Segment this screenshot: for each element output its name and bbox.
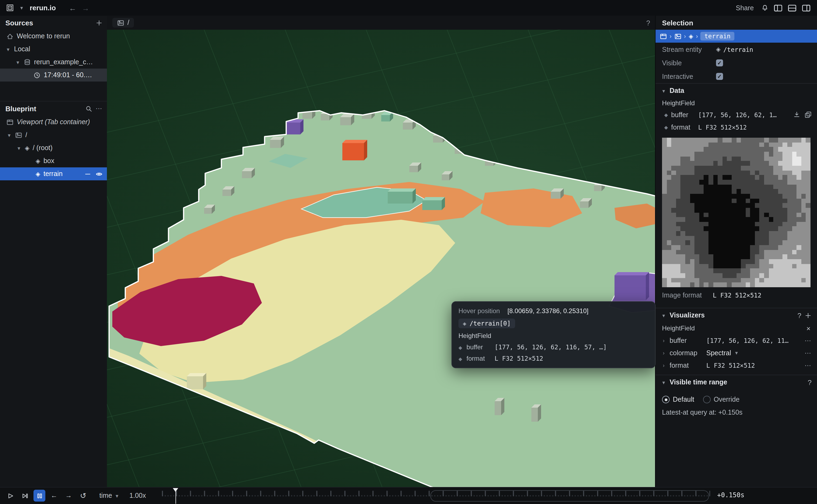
visualizers-help-button[interactable]: ? xyxy=(798,311,801,319)
step-back-button[interactable]: ← xyxy=(48,490,60,502)
copy-icon[interactable] xyxy=(805,111,812,118)
add-visualizer-button[interactable] xyxy=(805,312,812,319)
blueprint-item-viewport[interactable]: Viewport (Tab container) xyxy=(0,116,107,128)
visible-checkbox[interactable]: ✓ xyxy=(716,59,723,66)
entity-diamond-icon[interactable]: ◈ xyxy=(689,33,693,39)
image-format-row: Image format L F32 512×512 xyxy=(656,287,817,303)
playback-speed[interactable]: 1.00x xyxy=(129,492,146,499)
playhead-marker[interactable] xyxy=(173,487,179,504)
breadcrumb-terrain-chip[interactable]: terrain xyxy=(701,32,734,40)
time-range-section-header[interactable]: ▾ Visible time range ? xyxy=(656,375,817,389)
chevron-down-icon[interactable]: ▾ xyxy=(16,145,22,151)
logo-menu-caret-icon[interactable]: ▾ xyxy=(19,5,24,11)
spatial-view-icon xyxy=(15,131,22,138)
blueprint-item-slash[interactable]: ▾ / xyxy=(0,128,107,141)
sources-item-session[interactable]: 17:49:01 - 60.… xyxy=(0,69,107,82)
nav-forward-icon[interactable]: → xyxy=(82,4,89,12)
more-options-icon[interactable]: ⋯ xyxy=(805,349,812,357)
entity-diamond-icon: ◈ xyxy=(36,171,40,177)
top-bar: ▾ rerun.io ← → Share xyxy=(0,0,817,16)
data-buffer-label: buffer xyxy=(671,111,695,119)
chevron-down-icon[interactable]: ▾ xyxy=(5,46,11,52)
stream-entity-value[interactable]: /terrain xyxy=(723,46,753,53)
chevron-down-icon: ▾ xyxy=(661,312,666,318)
search-icon[interactable] xyxy=(85,105,92,112)
time-range-default-option[interactable]: Default xyxy=(662,396,694,403)
sources-item-local[interactable]: ▾ Local xyxy=(0,43,107,56)
add-source-button[interactable] xyxy=(96,19,103,26)
step-forward-button[interactable] xyxy=(19,490,31,502)
viewport-tab-bar: / ? xyxy=(107,16,656,30)
visibility-eye-icon[interactable] xyxy=(96,170,103,177)
blueprint-item-root[interactable]: ▾ ◈ / (root) xyxy=(0,141,107,154)
loop-button[interactable]: ↺ xyxy=(77,490,89,502)
sources-item-recording[interactable]: ▾ rerun_example_c… xyxy=(0,56,107,69)
more-options-icon[interactable]: ⋯ xyxy=(805,361,812,369)
time-range-help-button[interactable]: ? xyxy=(808,378,812,386)
visualizer-colormap-row: › colormap Spectral ▾ ⋯ xyxy=(656,347,817,359)
notifications-bell-icon[interactable] xyxy=(761,4,768,11)
visualizers-section-header[interactable]: ▾ Visualizers ? xyxy=(656,308,817,322)
rerun-logo[interactable] xyxy=(6,4,13,11)
more-options-icon[interactable]: ⋯ xyxy=(805,337,812,344)
toggle-bottom-panel-icon[interactable] xyxy=(788,4,796,12)
property-bullet-icon: ◆ xyxy=(458,356,462,362)
chevron-down-icon[interactable]: ▾ xyxy=(15,59,21,65)
stream-entity-row: Stream entity ◈ /terrain xyxy=(656,43,817,56)
sources-item-welcome[interactable]: Welcome to rerun xyxy=(0,30,107,43)
spatial-view-icon[interactable] xyxy=(674,33,681,40)
interactive-checkbox[interactable]: ✓ xyxy=(716,73,723,80)
hover-position-label: Hover position xyxy=(458,307,500,315)
colormap-dropdown[interactable]: Spectral ▾ xyxy=(706,349,801,357)
viewport-tab[interactable]: / xyxy=(112,18,134,28)
timeline-track[interactable]: +0.150s xyxy=(162,487,817,504)
tab-container-icon[interactable] xyxy=(660,33,667,40)
chevron-right-icon[interactable]: › xyxy=(661,362,666,368)
chevron-right-icon[interactable]: › xyxy=(661,350,666,356)
time-range-override-option[interactable]: Override xyxy=(703,396,740,403)
breadcrumb-separator: › xyxy=(696,33,698,39)
interactive-row: Interactive ✓ xyxy=(656,70,817,83)
blueprint-item-terrain[interactable]: ◈ terrain xyxy=(0,167,107,180)
heightfield-preview-image xyxy=(662,138,811,287)
home-icon xyxy=(6,33,13,40)
timeline-selector-dropdown[interactable]: time ▾ xyxy=(99,492,120,499)
step-forward-icon xyxy=(21,492,28,499)
selection-panel: Selection › › ◈ › terrain Stream entity … xyxy=(655,16,817,487)
data-buffer-value[interactable]: [177, 56, 126, 62, 1… xyxy=(698,111,790,119)
chevron-down-icon[interactable]: ▾ xyxy=(6,132,12,138)
data-section-label: Data xyxy=(670,87,684,94)
hover-format-value: L F32 512×512 xyxy=(495,355,543,362)
remove-entity-icon[interactable] xyxy=(84,170,91,177)
property-bullet-icon: ◆ xyxy=(664,124,668,130)
spatial-3d-viewport[interactable]: Hover position [8.00659, 2.33786, 0.2531… xyxy=(107,30,656,487)
time-range-mode-row: Default Override xyxy=(656,393,817,407)
selection-breadcrumb: › › ◈ › terrain xyxy=(656,30,817,43)
visualizer-heightfield-label: HeightField xyxy=(662,324,695,332)
share-button[interactable]: Share xyxy=(736,4,754,12)
hover-position-value: [8.00659, 2.33786, 0.25310] xyxy=(507,307,588,315)
visualizer-format-value[interactable]: L F32 512×512 xyxy=(706,361,755,369)
blueprint-item-box[interactable]: ◈ box xyxy=(0,154,107,167)
blueprint-more-icon[interactable]: ⋯ xyxy=(96,105,103,112)
property-bullet-icon: ◆ xyxy=(458,345,462,350)
toggle-left-panel-icon[interactable] xyxy=(774,4,782,12)
terrain-label: terrain xyxy=(43,170,63,178)
visualizer-buffer-value[interactable]: [177, 56, 126, 62, 11… xyxy=(706,337,789,344)
play-button[interactable] xyxy=(4,490,16,502)
viewport-help-button[interactable]: ? xyxy=(646,19,650,27)
time-range-pill[interactable] xyxy=(430,490,709,501)
session-label: 17:49:01 - 60.… xyxy=(44,71,92,79)
download-icon[interactable] xyxy=(793,111,800,118)
selection-title: Selection xyxy=(656,16,817,30)
step-next-button[interactable]: → xyxy=(63,490,75,502)
pause-button[interactable] xyxy=(33,490,45,502)
toggle-right-panel-icon[interactable] xyxy=(802,4,811,12)
chevron-right-icon[interactable]: › xyxy=(661,337,666,343)
blueprint-title: Blueprint xyxy=(5,104,82,113)
data-section-header[interactable]: ▾ Data xyxy=(656,83,817,98)
nav-back-icon[interactable]: ← xyxy=(69,4,76,12)
remove-visualizer-icon[interactable]: × xyxy=(806,324,811,332)
data-format-value[interactable]: L F32 512×512 xyxy=(698,123,812,131)
breadcrumb-separator: › xyxy=(684,33,686,39)
